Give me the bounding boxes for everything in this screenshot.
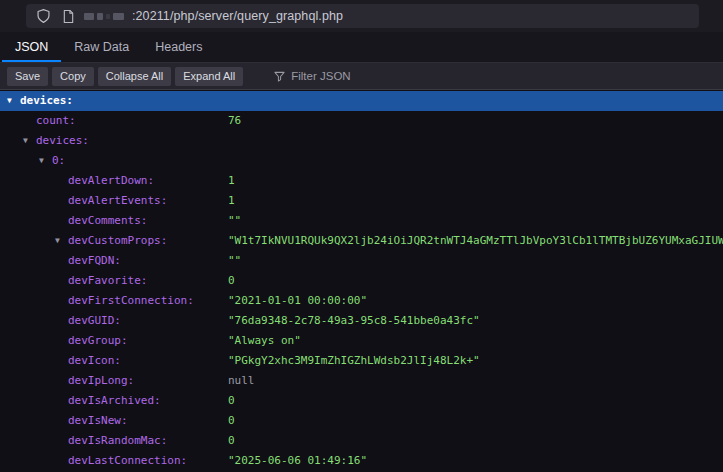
copy-button[interactable]: Copy xyxy=(52,67,94,86)
json-key: devices: xyxy=(36,134,89,147)
json-row-devFavorite[interactable]: devFavorite:0 xyxy=(0,271,723,291)
json-row-devAlertDown[interactable]: devAlertDown:1 xyxy=(0,171,723,191)
json-value: 1 xyxy=(228,191,235,211)
filter-funnel-icon xyxy=(273,70,285,82)
json-key: devIsRandomMac: xyxy=(68,434,167,447)
json-key: devIsNew: xyxy=(68,414,128,427)
json-value: 0 xyxy=(228,431,235,451)
json-row-devLastConnection[interactable]: devLastConnection:"2025-06-06 01:49:16" xyxy=(0,451,723,471)
json-row-devIcon[interactable]: devIcon:"PGkgY2xhc3M9ImZhIGZhLWdsb2JlIj4… xyxy=(0,351,723,371)
viewer-tabbar: JSONRaw DataHeaders xyxy=(0,32,723,63)
json-value: null xyxy=(228,371,255,391)
json-row-0[interactable]: ▼0: xyxy=(0,151,723,171)
collapse-all-button[interactable]: Collapse All xyxy=(98,67,171,86)
browser-address-bar: :20211/php/server/query_graphql.php xyxy=(0,0,723,32)
expand-collapse-arrow-icon[interactable]: ▼ xyxy=(55,231,68,251)
json-row-devAlertEvents[interactable]: devAlertEvents:1 xyxy=(0,191,723,211)
url-bar[interactable]: :20211/php/server/query_graphql.php xyxy=(26,4,699,28)
json-value: 0 xyxy=(228,411,235,431)
json-row-devIsNew[interactable]: devIsNew:0 xyxy=(0,411,723,431)
filter-json-box[interactable]: Filter JSON xyxy=(273,70,350,82)
json-row-devGroup[interactable]: devGroup:"Always on" xyxy=(0,331,723,351)
json-row-devIsArchived[interactable]: devIsArchived:0 xyxy=(0,391,723,411)
tab-raw-data[interactable]: Raw Data xyxy=(61,32,142,62)
json-key: devGroup: xyxy=(68,334,128,347)
expand-all-button[interactable]: Expand All xyxy=(175,67,243,86)
json-key: devFavorite: xyxy=(68,274,147,287)
json-row-devCustomProps[interactable]: ▼devCustomProps:"W1t7IkNVU1RQUk9QX2ljb24… xyxy=(0,231,723,251)
json-key: devGUID: xyxy=(68,314,121,327)
json-row-devIsRandomMac[interactable]: devIsRandomMac:0 xyxy=(0,431,723,451)
json-value: "Always on" xyxy=(228,331,301,351)
json-value: 76 xyxy=(228,111,241,131)
json-value: "W1t7IkNVU1RQUk9QX2ljb24iOiJQR2tnWTJ4aGM… xyxy=(228,231,723,251)
filter-json-placeholder: Filter JSON xyxy=(291,70,350,82)
json-row-count[interactable]: count:76 xyxy=(0,111,723,131)
tab-headers[interactable]: Headers xyxy=(142,32,215,62)
expand-collapse-arrow-icon[interactable]: ▼ xyxy=(7,91,20,111)
save-button[interactable]: Save xyxy=(7,67,48,86)
json-key: devComments: xyxy=(68,214,147,227)
json-value: "2021-01-01 00:00:00" xyxy=(228,291,367,311)
json-key: devAlertDown: xyxy=(68,174,154,187)
json-key: 0: xyxy=(52,154,65,167)
json-value: "2025-06-06 01:49:16" xyxy=(228,451,367,471)
json-value: "76da9348-2c78-49a3-95c8-541bbe0a43fc" xyxy=(228,311,480,331)
expand-collapse-arrow-icon[interactable]: ▼ xyxy=(39,151,52,171)
json-key: devices: xyxy=(20,94,73,107)
json-tree: ▼devices:count:76▼devices:▼0:devAlertDow… xyxy=(0,90,723,472)
tracking-protection-shield-icon[interactable] xyxy=(34,7,52,25)
json-key: devIcon: xyxy=(68,354,121,367)
expand-collapse-arrow-icon[interactable]: ▼ xyxy=(23,131,36,151)
json-value: "PGkgY2xhc3M9ImZhIGZhLWdsb2JlIj48L2k+" xyxy=(228,351,480,371)
json-row-devFirstConnection[interactable]: devFirstConnection:"2021-01-01 00:00:00" xyxy=(0,291,723,311)
json-row-devFQDN[interactable]: devFQDN:"" xyxy=(0,251,723,271)
redacted-host xyxy=(84,13,124,20)
redacted-block xyxy=(106,14,110,19)
redacted-block xyxy=(97,13,103,20)
json-value: 0 xyxy=(228,391,235,411)
tab-json[interactable]: JSON xyxy=(2,32,61,62)
toolbar-buttons: SaveCopyCollapse AllExpand All xyxy=(7,67,243,86)
json-value: "" xyxy=(228,211,241,231)
json-key: devFirstConnection: xyxy=(68,294,194,307)
json-viewer-toolbar: SaveCopyCollapse AllExpand All Filter JS… xyxy=(0,63,723,90)
url-text: :20211/php/server/query_graphql.php xyxy=(132,9,343,23)
json-row-devComments[interactable]: devComments:"" xyxy=(0,211,723,231)
redacted-block xyxy=(84,13,94,20)
json-value: "" xyxy=(228,251,241,271)
json-key: devCustomProps: xyxy=(68,234,167,247)
json-key: devIpLong: xyxy=(68,374,134,387)
json-row-devices[interactable]: ▼devices: xyxy=(0,91,723,111)
json-key: devLastConnection: xyxy=(68,454,187,467)
json-row-devices[interactable]: ▼devices: xyxy=(0,131,723,151)
json-row-devGUID[interactable]: devGUID:"76da9348-2c78-49a3-95c8-541bbe0… xyxy=(0,311,723,331)
redacted-block xyxy=(113,13,124,20)
json-value: 1 xyxy=(228,171,235,191)
json-key: devFQDN: xyxy=(68,254,121,267)
json-key: devAlertEvents: xyxy=(68,194,167,207)
json-key: count: xyxy=(36,114,76,127)
page-identity-icon[interactable] xyxy=(59,7,77,25)
json-key: devIsArchived: xyxy=(68,394,161,407)
json-row-devIpLong[interactable]: devIpLong:null xyxy=(0,371,723,391)
json-value: 0 xyxy=(228,271,235,291)
